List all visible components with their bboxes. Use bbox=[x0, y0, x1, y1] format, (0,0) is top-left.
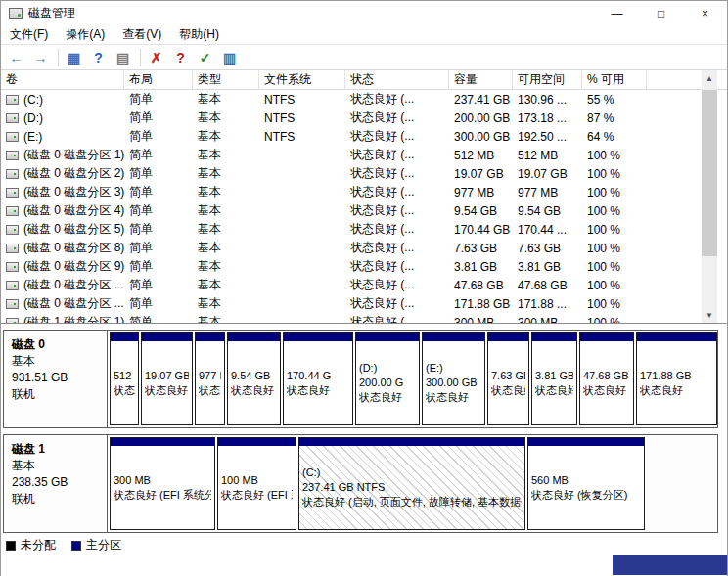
partition-area: 512 MB状态良好19.07 GB状态良好977 MB状态良好9.54 GB状… bbox=[108, 331, 717, 427]
table-scrollbar[interactable]: ▲ ▼ bbox=[702, 70, 717, 323]
column-header-4[interactable]: 状态 bbox=[345, 70, 449, 89]
column-header-7[interactable]: % 可用 bbox=[582, 70, 647, 89]
partition-block[interactable]: 100 MB状态良好 (EFI 系统分区) bbox=[217, 437, 296, 530]
close-button[interactable]: × bbox=[683, 1, 727, 25]
table-row[interactable]: (磁盘 0 磁盘分区 3)简单基本状态良好 (...977 MB977 MB10… bbox=[1, 183, 727, 201]
partition-block[interactable]: (C:)237.41 GB NTFS状态良好 (启动, 页面文件, 故障转储, … bbox=[298, 437, 525, 530]
maximize-button[interactable]: □ bbox=[639, 1, 683, 25]
table-row[interactable]: (C:)简单基本NTFS状态良好 (...237.41 GB130.96 ...… bbox=[1, 90, 727, 109]
partition-line: 19.07 GB bbox=[145, 369, 189, 383]
partition-text: 170.44 G状态良好 bbox=[284, 341, 352, 424]
scroll-down-icon[interactable]: ▼ bbox=[702, 307, 717, 323]
partition-block[interactable]: 9.54 GB状态良好 bbox=[227, 332, 281, 425]
disk-info[interactable]: 磁盘 1基本238.35 GB联机 bbox=[4, 435, 108, 532]
legend-label: 主分区 bbox=[86, 537, 121, 554]
volume-cell: (磁盘 0 磁盘分区 1) bbox=[1, 146, 124, 164]
partition-block[interactable]: 977 MB状态良好 bbox=[195, 332, 225, 425]
volume-cell: (磁盘 0 磁盘分区 2) bbox=[1, 164, 124, 183]
cell: NTFS bbox=[259, 127, 345, 146]
partition-block[interactable]: 19.07 GB状态良好 bbox=[141, 332, 193, 425]
partition-line: 状态良好 bbox=[640, 383, 713, 398]
partition-type-bar bbox=[142, 333, 192, 341]
table-row[interactable]: (磁盘 0 磁盘分区 5)简单基本状态良好 (...170.44 GB170.4… bbox=[1, 220, 727, 239]
table-row[interactable]: (磁盘 1 磁盘分区 1)简单基本状态良好 (...300 MB300 MB10… bbox=[1, 313, 727, 324]
panes-button[interactable]: ▥ bbox=[218, 47, 241, 68]
table-row[interactable]: (磁盘 0 磁盘分区 2)简单基本状态良好 (...19.07 GB19.07 … bbox=[1, 164, 727, 183]
cell: 47.68 GB bbox=[449, 276, 513, 294]
partition-text: (E:)300.00 GB状态良好 bbox=[423, 341, 484, 424]
partition-block[interactable]: 7.63 GB状态良好 bbox=[487, 332, 529, 425]
console-tree-button[interactable]: ▦ bbox=[63, 47, 85, 68]
delete-volume-button[interactable]: ✗ bbox=[145, 47, 167, 68]
delete-volume-icon: ✗ bbox=[151, 51, 162, 65]
column-header-3[interactable]: 文件系统 bbox=[259, 70, 345, 89]
disk-info-line: 联机 bbox=[12, 491, 99, 508]
scroll-thumb[interactable] bbox=[702, 90, 717, 256]
panes-icon: ▥ bbox=[223, 51, 236, 65]
disk-info-line: 238.35 GB bbox=[12, 474, 99, 491]
partition-line: 状态良好 bbox=[231, 383, 277, 398]
table-row[interactable]: (E:)简单基本NTFS状态良好 (...300.00 GB192.50 ...… bbox=[1, 127, 727, 146]
disk-info[interactable]: 磁盘 0基本931.51 GB联机 bbox=[4, 331, 108, 427]
partition-block[interactable]: 512 MB状态良好 bbox=[110, 332, 139, 425]
disk-info-line: 基本 bbox=[12, 458, 99, 474]
volume-icon bbox=[6, 169, 19, 179]
menu-item[interactable]: 帮助(H) bbox=[170, 25, 228, 44]
cell: 基本 bbox=[193, 90, 259, 109]
table-row[interactable]: (D:)简单基本NTFS状态良好 (...200.00 GB173.18 ...… bbox=[1, 109, 727, 127]
partition-type-bar bbox=[196, 333, 224, 341]
partition-block[interactable]: 47.68 GB状态良好 bbox=[579, 332, 634, 425]
partition-block[interactable]: 300 MB状态良好 (EFI 系统分区) bbox=[110, 437, 215, 530]
commit-button[interactable]: ✓ bbox=[194, 47, 216, 68]
menu-item[interactable]: 文件(F) bbox=[1, 25, 57, 44]
cell: 简单 bbox=[124, 220, 193, 239]
column-header-6[interactable]: 可用空间 bbox=[513, 70, 582, 89]
menu-item[interactable]: 查看(V) bbox=[114, 25, 170, 44]
cell: 3.81 GB bbox=[513, 257, 582, 276]
volume-icon bbox=[6, 95, 19, 105]
column-header-1[interactable]: 布局 bbox=[124, 70, 193, 89]
cell: 简单 bbox=[124, 294, 193, 313]
volume-name: (磁盘 1 磁盘分区 1) bbox=[23, 314, 124, 324]
partition-line: 状态良好 (EFI 系统分区) bbox=[221, 488, 293, 503]
volume-icon bbox=[6, 244, 19, 253]
table-row[interactable]: (磁盘 0 磁盘分区 ...简单基本状态良好 (...171.88 GB171.… bbox=[1, 294, 727, 313]
partition-block[interactable]: 3.81 GB状态良好 bbox=[531, 332, 577, 425]
partition-block[interactable]: 170.44 G状态良好 bbox=[283, 332, 353, 425]
window-title: 磁盘管理 bbox=[28, 5, 75, 22]
column-header-0[interactable]: 卷 bbox=[1, 70, 124, 89]
cell: 状态良好 (... bbox=[345, 164, 449, 183]
column-header-5[interactable]: 容量 bbox=[449, 70, 513, 89]
help-button[interactable]: ? bbox=[87, 47, 110, 68]
cell: 512 MB bbox=[513, 146, 582, 164]
column-header-2[interactable]: 类型 bbox=[193, 70, 259, 89]
commit-icon: ✓ bbox=[200, 51, 211, 65]
table-row[interactable]: (磁盘 0 磁盘分区 ...简单基本状态良好 (...47.68 GB47.68… bbox=[1, 276, 727, 294]
properties-button[interactable]: ▤ bbox=[112, 47, 134, 68]
table-row[interactable]: (磁盘 0 磁盘分区 4)简单基本状态良好 (...9.54 GB9.54 GB… bbox=[1, 201, 727, 220]
partition-block[interactable]: 171.88 GB状态良好 bbox=[636, 332, 717, 425]
cell bbox=[259, 239, 345, 257]
table-row[interactable]: (磁盘 0 磁盘分区 1)简单基本状态良好 (...512 MB512 MB10… bbox=[1, 146, 727, 164]
partition-block[interactable]: 560 MB状态良好 (恢复分区) bbox=[527, 437, 645, 530]
table-row[interactable]: (磁盘 0 磁盘分区 8)简单基本状态良好 (...7.63 GB7.63 GB… bbox=[1, 239, 727, 257]
table-row[interactable]: (磁盘 0 磁盘分区 9)简单基本状态良好 (...3.81 GB3.81 GB… bbox=[1, 257, 727, 276]
back-button[interactable]: ← bbox=[5, 47, 27, 68]
minimize-button[interactable]: — bbox=[595, 1, 639, 25]
context-help-button[interactable]: ? bbox=[169, 47, 192, 68]
scroll-up-icon[interactable]: ▲ bbox=[702, 70, 717, 86]
disk-management-window: 磁盘管理 — □ × 文件(F)操作(A)查看(V)帮助(H) ←→▦?▤✗?✓… bbox=[0, 0, 728, 576]
partition-line: 9.54 GB bbox=[231, 369, 277, 383]
cell: 简单 bbox=[124, 146, 193, 164]
forward-button[interactable]: → bbox=[29, 47, 52, 68]
volume-name: (磁盘 0 磁盘分区 ... bbox=[23, 277, 124, 293]
partition-line: 300.00 GB bbox=[426, 376, 481, 390]
menu-item[interactable]: 操作(A) bbox=[57, 25, 114, 44]
partition-block[interactable]: (E:)300.00 GB状态良好 bbox=[422, 332, 485, 425]
volume-cell: (磁盘 0 磁盘分区 4) bbox=[1, 201, 124, 220]
volume-name: (磁盘 0 磁盘分区 5) bbox=[23, 221, 124, 238]
cell bbox=[259, 294, 345, 313]
partition-block[interactable]: (D:)200.00 G状态良好 bbox=[355, 332, 420, 425]
cell: 9.54 GB bbox=[449, 201, 513, 220]
cell: 简单 bbox=[124, 90, 193, 109]
